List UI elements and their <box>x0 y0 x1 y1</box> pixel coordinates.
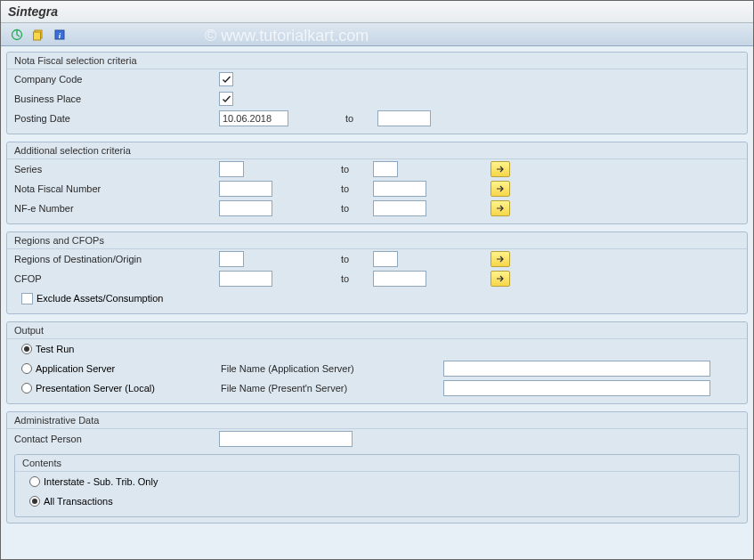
label-contact-person: Contact Person <box>14 434 219 444</box>
label-app-server: Application Server <box>36 363 221 374</box>
nfe-number-to-input[interactable] <box>373 200 426 216</box>
all-transactions-radio[interactable] <box>29 496 40 507</box>
label-to: to <box>337 273 373 284</box>
app-server-radio[interactable] <box>21 363 32 374</box>
label-nfe-number: NF-e Number <box>14 203 219 214</box>
label-cfop: CFOP <box>14 273 219 284</box>
label-exclude-assets: Exclude Assets/Consumption <box>36 293 163 304</box>
file-app-server-input[interactable] <box>443 361 710 377</box>
group-additional: Additional selection criteria Series to … <box>6 142 748 224</box>
series-multi-button[interactable] <box>491 161 510 177</box>
page-title: Sintegra <box>1 1 753 23</box>
contact-person-input[interactable] <box>219 431 353 447</box>
group-admin-data: Administrative Data Contact Person Conte… <box>6 411 748 523</box>
label-to: to <box>337 203 373 214</box>
toolbar: i © www.tutorialkart.com <box>1 23 753 46</box>
regions-to-input[interactable] <box>373 251 398 267</box>
nf-number-multi-button[interactable] <box>491 181 510 197</box>
nfe-number-from-input[interactable] <box>219 200 272 216</box>
regions-multi-button[interactable] <box>491 251 510 267</box>
label-nf-number: Nota Fiscal Number <box>14 183 219 194</box>
label-file-app-server: File Name (Application Server) <box>221 363 399 374</box>
series-from-input[interactable] <box>219 161 244 177</box>
group-title: Contents <box>15 455 739 472</box>
pres-server-radio[interactable] <box>21 383 32 394</box>
cfop-to-input[interactable] <box>373 271 426 287</box>
label-pres-server: Presentation Server (Local) <box>36 383 221 394</box>
label-test-run: Test Run <box>36 344 74 354</box>
series-to-input[interactable] <box>373 161 398 177</box>
test-run-radio[interactable] <box>21 344 32 354</box>
label-to: to <box>337 183 373 194</box>
group-regions-cfops: Regions and CFOPs Regions of Destination… <box>6 231 748 314</box>
label-file-pres-server: File Name (Present'n Server) <box>221 383 399 394</box>
group-title: Regions and CFOPs <box>7 232 747 249</box>
file-pres-server-input[interactable] <box>443 380 710 396</box>
label-all-transactions: All Transactions <box>44 496 113 507</box>
label-business-place: Business Place <box>14 93 219 104</box>
cfop-from-input[interactable] <box>219 271 272 287</box>
label-regions: Regions of Destination/Origin <box>14 254 219 264</box>
label-to: to <box>337 164 373 174</box>
posting-date-from-input[interactable] <box>219 110 288 126</box>
group-title: Output <box>7 322 747 339</box>
interstate-radio[interactable] <box>29 476 40 487</box>
info-icon[interactable]: i <box>51 27 69 43</box>
business-place-checkbox[interactable] <box>219 92 233 106</box>
label-posting-date: Posting Date <box>14 113 219 124</box>
execute-icon[interactable] <box>8 27 26 43</box>
label-to: to <box>342 113 377 124</box>
group-title: Additional selection criteria <box>7 142 747 159</box>
label-interstate: Interstate - Sub. Trib. Only <box>44 476 158 487</box>
variant-icon[interactable] <box>29 27 47 43</box>
exclude-assets-checkbox[interactable] <box>21 293 33 304</box>
svg-rect-2 <box>34 32 41 40</box>
posting-date-to-input[interactable] <box>377 110 431 126</box>
label-company-code: Company Code <box>14 74 219 85</box>
regions-from-input[interactable] <box>219 251 244 267</box>
group-nota-fiscal: Nota Fiscal selection criteria Company C… <box>6 52 748 134</box>
subgroup-contents: Contents Interstate - Sub. Trib. Only Al… <box>14 454 740 517</box>
nfe-number-multi-button[interactable] <box>491 200 510 216</box>
cfop-multi-button[interactable] <box>491 271 510 287</box>
nf-number-from-input[interactable] <box>219 181 272 197</box>
group-output: Output Test Run Application Server File … <box>6 321 748 404</box>
content-area: Nota Fiscal selection criteria Company C… <box>1 46 753 560</box>
nf-number-to-input[interactable] <box>373 181 426 197</box>
group-title: Nota Fiscal selection criteria <box>7 53 747 69</box>
label-series: Series <box>14 164 219 174</box>
group-title: Administrative Data <box>7 412 747 429</box>
company-code-checkbox[interactable] <box>219 72 233 86</box>
watermark: © www.tutorialkart.com <box>205 27 369 45</box>
label-to: to <box>337 254 373 264</box>
